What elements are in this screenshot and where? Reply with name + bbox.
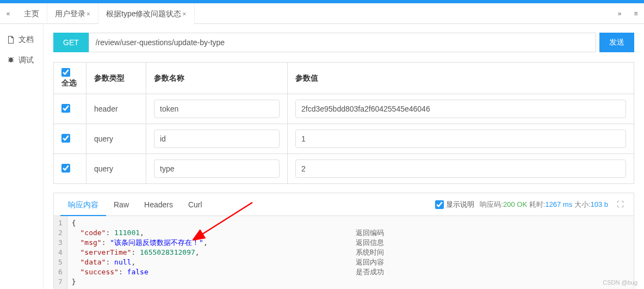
- param-type: header: [86, 94, 146, 124]
- tabs-scroll-left[interactable]: «: [0, 10, 16, 17]
- url-input[interactable]: [89, 33, 596, 52]
- select-all-label: 全选: [61, 78, 77, 87]
- tab-label: 根据type修改问题状态: [106, 9, 181, 18]
- param-name-input[interactable]: [154, 159, 280, 178]
- tab-response-body[interactable]: 响应内容: [60, 193, 106, 216]
- sidebar-item-docs[interactable]: 文档: [0, 29, 43, 50]
- select-all-checkbox[interactable]: [61, 68, 70, 77]
- response-body: 1234567 { "code": 111001, "msg": "该条问题反馈…: [54, 216, 634, 289]
- expand-icon[interactable]: ⛶: [614, 200, 627, 208]
- tabs-scroll-right[interactable]: »: [611, 10, 628, 17]
- field-descriptions: 返回编码 返回信息 系统时间 返回内容 是否成功: [356, 218, 384, 277]
- show-desc-checkbox[interactable]: [435, 200, 444, 209]
- send-button[interactable]: 发送: [599, 33, 634, 52]
- sidebar-item-label: 文档: [18, 35, 34, 45]
- table-row: query: [54, 124, 634, 154]
- tabs-menu[interactable]: ≡: [628, 10, 644, 17]
- request-bar: GET 发送: [53, 33, 634, 52]
- sidebar-item-label: 调试: [18, 56, 34, 65]
- close-icon[interactable]: ×: [86, 10, 90, 18]
- row-checkbox[interactable]: [61, 104, 70, 113]
- column-header-value: 参数值: [288, 63, 634, 94]
- tab-label: 主页: [24, 9, 39, 18]
- row-checkbox[interactable]: [61, 134, 70, 143]
- tab-curl[interactable]: Curl: [181, 193, 210, 216]
- param-type: query: [86, 154, 146, 184]
- show-desc-toggle[interactable]: 显示说明: [435, 200, 474, 210]
- param-type: query: [86, 124, 146, 154]
- tab-raw[interactable]: Raw: [106, 193, 137, 216]
- document-icon: [7, 35, 15, 44]
- response-status: 响应码:200 OK 耗时:1267 ms 大小:103 b: [480, 200, 608, 210]
- show-desc-label: 显示说明: [446, 200, 474, 210]
- tab-home[interactable]: 主页: [16, 3, 47, 24]
- table-row: header: [54, 94, 634, 124]
- param-value-input[interactable]: [295, 159, 626, 178]
- table-row: query: [54, 154, 634, 184]
- column-header-name: 参数名称: [146, 63, 288, 94]
- sidebar: 文档 调试: [0, 24, 44, 289]
- watermark: CSDN @bug: [603, 279, 637, 286]
- debug-icon: [7, 56, 15, 65]
- tabs-bar: « 主页 用户登录× 根据type修改问题状态× » ≡: [0, 3, 644, 24]
- tab-update-by-type[interactable]: 根据type修改问题状态×: [98, 3, 194, 24]
- select-all-header: 全选: [54, 63, 86, 94]
- row-checkbox[interactable]: [61, 164, 70, 173]
- param-value-input[interactable]: [295, 100, 626, 118]
- response-section: 响应内容 Raw Headers Curl 显示说明 响应码:200 OK 耗时…: [53, 193, 634, 289]
- sidebar-item-debug[interactable]: 调试: [0, 50, 43, 71]
- param-value-input[interactable]: [295, 130, 626, 148]
- close-icon[interactable]: ×: [182, 10, 186, 18]
- tab-headers[interactable]: Headers: [137, 193, 181, 216]
- tab-user-login[interactable]: 用户登录×: [47, 3, 98, 24]
- param-name-input[interactable]: [154, 130, 280, 148]
- line-numbers: 1234567: [54, 216, 67, 289]
- method-badge[interactable]: GET: [53, 33, 89, 52]
- tab-label: 用户登录: [55, 9, 85, 18]
- param-name-input[interactable]: [154, 100, 280, 118]
- response-tabs: 响应内容 Raw Headers Curl 显示说明 响应码:200 OK 耗时…: [54, 193, 634, 216]
- params-table: 全选 参数类型 参数名称 参数值 header query: [53, 62, 634, 184]
- code-content[interactable]: { "code": 111001, "msg": "该条问题反馈数据不存在！",…: [67, 216, 634, 289]
- column-header-type: 参数类型: [86, 63, 146, 94]
